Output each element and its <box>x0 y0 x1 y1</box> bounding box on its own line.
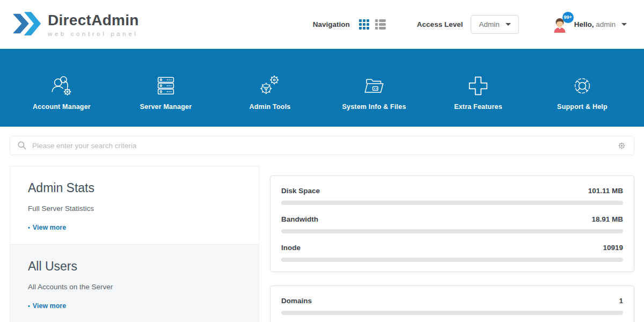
access-level-dropdown[interactable]: Admin <box>471 15 518 34</box>
greeting-text: Hello, admin <box>574 20 616 28</box>
stat-label: Domains <box>281 297 312 305</box>
stat-label: Disk Space <box>281 187 320 195</box>
usage-stats-panel: Disk Space 101.11 MB Bandwidth 18.91 MB … <box>270 175 634 272</box>
nav-item-label: Account Manager <box>33 103 91 111</box>
nav-item-admin-tools[interactable]: Admin Tools <box>218 49 322 127</box>
stat-row-users: Users 1 <box>281 319 623 322</box>
greeting-prefix: Hello, <box>574 20 594 28</box>
plus-icon <box>466 73 491 98</box>
nav-item-system-info-files[interactable]: System Info & Files <box>322 49 426 127</box>
logo-title: DirectAdmin <box>48 12 139 29</box>
search-section <box>0 127 644 155</box>
user-menu[interactable]: 99+ Hello, admin <box>551 16 627 33</box>
progress-bar <box>281 258 623 262</box>
logo-subtitle: web control panel <box>48 31 139 37</box>
navigation-label: Navigation <box>313 20 350 28</box>
chevron-down-icon <box>621 23 627 26</box>
directadmin-chevrons-icon <box>12 10 41 39</box>
list-view-icon[interactable] <box>375 19 386 30</box>
main-nav-bar: Account Manager Server Manager <box>0 49 644 127</box>
nav-item-server-manager[interactable]: Server Manager <box>114 49 218 127</box>
bullet: • <box>28 303 30 309</box>
stat-value: 1 <box>619 297 623 305</box>
stat-label: Inode <box>281 244 301 252</box>
bullet: • <box>28 224 30 231</box>
main-content: Admin Stats Full Server Statistics •View… <box>0 166 644 322</box>
nav-item-label: Server Manager <box>140 103 192 111</box>
nav-item-account-manager[interactable]: Account Manager <box>10 49 114 127</box>
widget-all-users[interactable]: All Users All Accounts on the Server •Vi… <box>10 245 259 322</box>
stat-value: 18.91 MB <box>591 215 623 223</box>
widget-admin-stats[interactable]: Admin Stats Full Server Statistics •View… <box>10 166 259 245</box>
nav-item-label: Support & Help <box>557 103 608 111</box>
stat-row-inode: Inode 10919 <box>281 238 623 266</box>
nav-item-label: System Info & Files <box>342 103 406 111</box>
search-settings-gear-icon[interactable] <box>617 141 627 151</box>
progress-bar <box>281 201 623 205</box>
search-bar[interactable] <box>10 136 634 155</box>
grid-view-icon[interactable] <box>359 19 369 30</box>
avatar[interactable]: 99+ <box>551 16 568 33</box>
view-more-link[interactable]: •View more <box>28 302 241 310</box>
search-icon <box>17 141 27 150</box>
stat-row-disk-space: Disk Space 101.11 MB <box>281 181 623 209</box>
server-rack-icon <box>153 73 178 98</box>
progress-bar <box>281 229 623 233</box>
nav-item-label: Extra Features <box>454 103 502 111</box>
widget-title: Admin Stats <box>28 181 241 195</box>
stat-label: Bandwidth <box>281 215 318 223</box>
widget-subtitle: Full Server Statistics <box>28 204 241 213</box>
gears-icon <box>258 73 282 98</box>
progress-bar <box>281 311 623 315</box>
nav-item-support-help[interactable]: Support & Help <box>530 49 634 127</box>
stat-row-bandwidth: Bandwidth 18.91 MB <box>281 209 623 238</box>
users-gear-icon <box>49 73 74 98</box>
widget-subtitle: All Accounts on the Server <box>28 283 241 291</box>
stats-column: Disk Space 101.11 MB Bandwidth 18.91 MB … <box>270 166 634 322</box>
lifebuoy-icon <box>570 73 595 98</box>
access-level-label: Access Level <box>417 20 463 28</box>
top-header: DirectAdmin web control panel Navigation… <box>0 0 644 49</box>
chevron-down-icon <box>506 23 511 26</box>
directadmin-logo[interactable]: DirectAdmin web control panel <box>12 10 139 39</box>
open-folder-icon <box>362 73 386 98</box>
notification-badge[interactable]: 99+ <box>562 12 574 23</box>
accounts-stats-panel: Domains 1 Users 1 <box>270 286 634 322</box>
nav-item-label: Admin Tools <box>250 103 291 111</box>
search-input[interactable] <box>32 142 617 150</box>
navigation-toggle-group: Navigation <box>313 19 386 30</box>
widget-list: Admin Stats Full Server Statistics •View… <box>10 166 259 322</box>
access-level-group: Access Level Admin <box>417 15 519 34</box>
access-level-value: Admin <box>479 20 499 28</box>
greeting-username: admin <box>596 20 616 28</box>
widget-title: All Users <box>28 259 241 274</box>
nav-item-extra-features[interactable]: Extra Features <box>426 49 530 127</box>
stat-value: 10919 <box>603 244 623 252</box>
stat-row-domains: Domains 1 <box>281 291 623 319</box>
stat-value: 101.11 MB <box>588 187 623 195</box>
view-more-link[interactable]: •View more <box>28 224 241 231</box>
